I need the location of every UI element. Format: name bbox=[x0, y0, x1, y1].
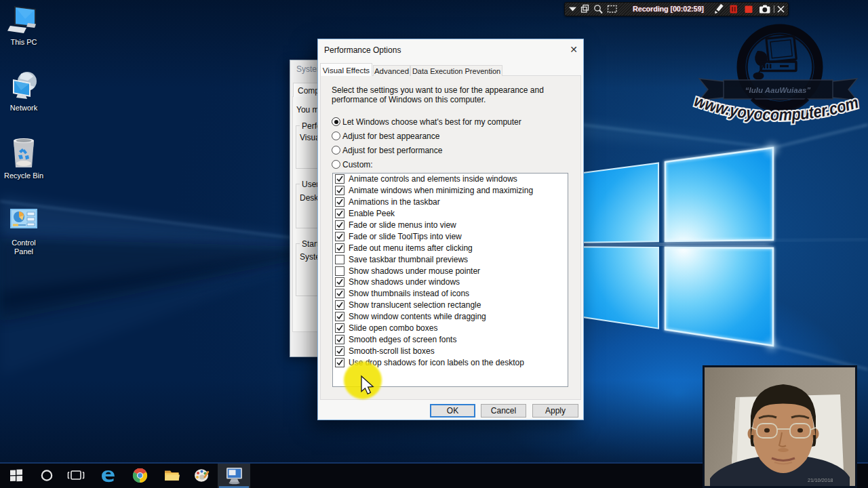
svg-text:Recording [00:02:59]: Recording [00:02:59] bbox=[633, 5, 704, 13]
svg-text:“IuIu AauWuiaas”: “IuIu AauWuiaas” bbox=[745, 86, 811, 94]
svg-text:21/10/2018: 21/10/2018 bbox=[808, 477, 833, 483]
